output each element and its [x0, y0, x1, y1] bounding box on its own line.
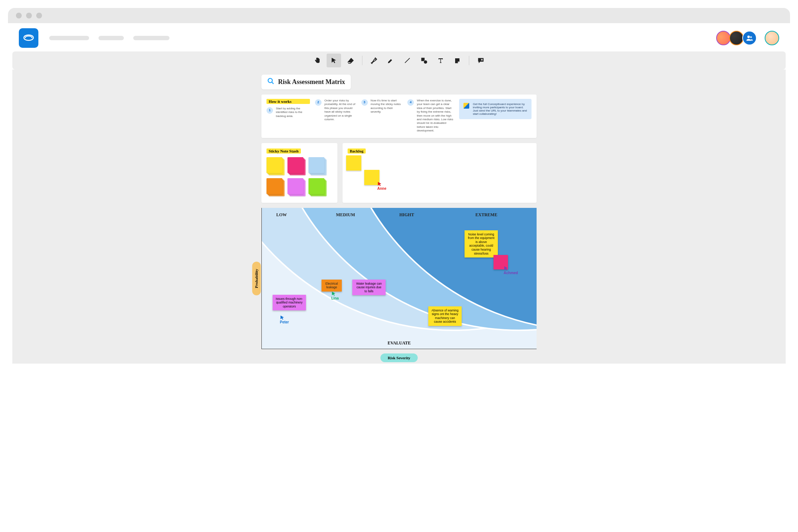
app-topbar	[8, 23, 790, 51]
sticky-note-stash-card: Sticky Note Stash	[261, 143, 337, 203]
cta-text: Get the full Conceptboard experience by …	[473, 102, 527, 116]
search-icon	[267, 78, 274, 87]
stash-header: Sticky Note Stash	[266, 148, 301, 154]
browser-chrome: Risk Assessment Matrix How it works 1 St…	[8, 8, 790, 364]
y-axis-label: Probability	[252, 261, 261, 295]
step-number: 1	[266, 107, 273, 114]
browser-tab-strip	[8, 8, 790, 23]
risk-note-absence[interactable]: Absence of warning signs ont the heavy m…	[428, 306, 462, 326]
band-label-medium: MEDIUM	[336, 212, 355, 218]
hand-tool-icon[interactable]	[310, 54, 324, 67]
collaborator-cursor-peter: Peter	[280, 315, 289, 324]
marker-tool-icon[interactable]	[383, 54, 398, 67]
board-title-text: Risk Assessment Matrix	[278, 78, 345, 86]
risk-note-noise[interactable]: Noise level coming from the equipment is…	[465, 230, 498, 258]
collaborator-cursor-lina: Lina	[331, 291, 339, 300]
step-number: 4	[407, 99, 414, 106]
step-text: When the exercise is done, your team can…	[417, 99, 454, 133]
pointer-tool-icon[interactable]	[327, 54, 341, 67]
how-it-works-header: How it works	[266, 99, 310, 104]
step-text: Now it's time to start moving the sticky…	[371, 99, 403, 114]
svg-line-3	[405, 58, 410, 63]
avatar[interactable]	[716, 31, 731, 45]
evaluate-label: EVALUATE	[387, 340, 411, 346]
breadcrumb-placeholders	[49, 36, 169, 40]
matrix-plot[interactable]: LOW MEDIUM HIGHT EXTREME EVALUATE Issues…	[261, 208, 537, 349]
collaborator-cursor-achmed: Achmed	[504, 266, 518, 275]
window-dot	[36, 13, 42, 18]
risk-note-water[interactable]: Water leakage can cause injuries due to …	[352, 280, 386, 296]
sticky-note-tool-icon[interactable]	[450, 54, 465, 67]
step-number: 3	[361, 99, 368, 106]
app-logo[interactable]	[19, 28, 38, 48]
window-dot	[16, 13, 22, 18]
conceptboard-icon	[463, 103, 469, 109]
line-tool-icon[interactable]	[400, 54, 415, 67]
backlog-card: Backlog Anne	[343, 143, 537, 203]
board-canvas[interactable]: Risk Assessment Matrix How it works 1 St…	[12, 70, 786, 364]
backlog-header: Backlog	[348, 148, 366, 154]
eraser-tool-icon[interactable]	[343, 54, 358, 67]
window-dot	[26, 13, 32, 18]
avatar-self[interactable]	[765, 31, 779, 45]
step-text: Order your risks by probability. At the …	[324, 99, 356, 121]
sticky-stack-pink[interactable]	[287, 157, 306, 175]
step-number: 2	[315, 99, 322, 106]
risk-note-electrical[interactable]: Electrical leakage	[322, 280, 342, 292]
band-label-extreme: EXTREME	[475, 212, 497, 218]
sticky-stack-orange[interactable]	[266, 178, 285, 196]
svg-point-5	[424, 60, 427, 64]
sticky-stack-yellow[interactable]	[266, 157, 285, 175]
avatar[interactable]	[729, 31, 744, 45]
band-label-low: LOW	[276, 212, 287, 218]
shape-tool-icon[interactable]	[417, 54, 431, 67]
toolbar	[23, 54, 775, 67]
risk-matrix: Probability LOW MEDIUM HIGHT EXTREME EVA…	[261, 208, 537, 349]
presence-avatars	[718, 31, 779, 45]
collaborator-cursor-anne: Anne	[377, 181, 386, 190]
svg-line-7	[272, 82, 274, 84]
comment-tool-icon[interactable]	[474, 54, 488, 67]
band-label-high: HIGHT	[399, 212, 414, 218]
x-axis-label: Risk Severity	[381, 353, 418, 362]
pen-tool-icon[interactable]	[367, 54, 381, 67]
board-title: Risk Assessment Matrix	[261, 75, 351, 89]
svg-point-0	[747, 35, 750, 38]
toolbar-separator	[469, 56, 469, 65]
avatar-more[interactable]	[742, 31, 757, 45]
svg-point-6	[268, 79, 273, 83]
sticky-stack-magenta[interactable]	[287, 178, 306, 196]
sticky-stack-blue[interactable]	[308, 157, 327, 175]
svg-rect-2	[347, 62, 350, 63]
text-tool-icon[interactable]	[433, 54, 448, 67]
svg-point-1	[750, 36, 752, 38]
how-it-works-card: How it works 1 Start by adding the ident…	[261, 95, 537, 138]
toolbar-area	[12, 51, 786, 70]
toolbar-separator	[362, 56, 362, 65]
svg-rect-4	[421, 58, 425, 61]
sticky-stack-green[interactable]	[308, 178, 327, 196]
cta-box: Get the full Conceptboard experience by …	[459, 99, 532, 119]
backlog-note[interactable]	[346, 155, 361, 171]
risk-note-issues[interactable]: Issues through non-qualified machinery o…	[273, 295, 306, 311]
step-text: Start by adding the identified risks to …	[276, 107, 310, 118]
